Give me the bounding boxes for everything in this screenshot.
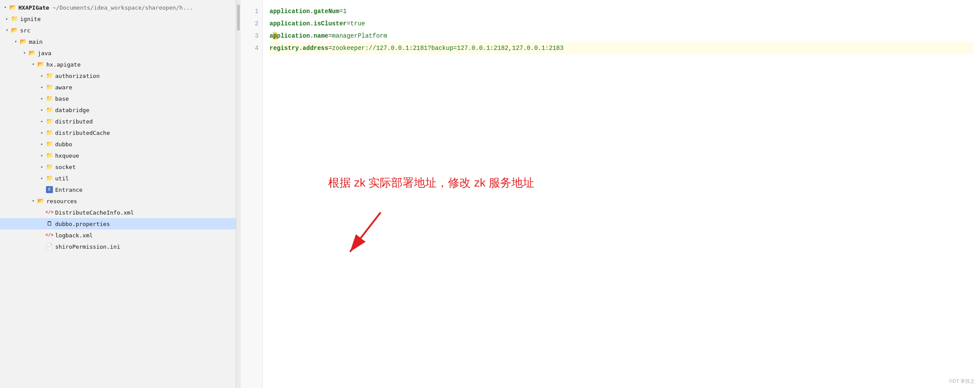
tree-item-base[interactable]: base <box>0 93 236 104</box>
ignite-folder-icon <box>10 15 18 23</box>
distributecacheinfo-xml-icon: </> <box>46 208 53 216</box>
databridge-label: databridge <box>55 107 89 113</box>
code-key-1: application.gateNum <box>270 8 340 15</box>
aware-label: aware <box>55 84 72 91</box>
distributed-arrow <box>38 119 46 124</box>
mid-scrollbar[interactable] <box>236 0 241 388</box>
ignite-label: ignite <box>20 16 41 22</box>
line-num-4: 4 <box>244 42 259 54</box>
annotation-container: 根据 zk 实际部署地址，修改 zk 服务地址 <box>328 175 534 261</box>
distributedcache-folder-icon <box>46 129 53 137</box>
root-arrow <box>2 5 9 10</box>
tree-item-java[interactable]: java <box>0 47 236 59</box>
hxapigate-folder-icon <box>37 60 45 68</box>
hxqueue-folder-icon <box>46 152 53 159</box>
tree-item-main[interactable]: main <box>0 36 236 47</box>
code-val-3: managerPlatform <box>332 32 387 39</box>
aware-arrow <box>38 85 46 90</box>
tree-item-util[interactable]: util <box>0 173 236 184</box>
distributed-folder-icon <box>46 117 53 125</box>
base-folder-icon <box>46 95 53 102</box>
code-eq-3: = <box>328 32 332 39</box>
util-folder-icon <box>46 174 53 182</box>
code-key-3b: plication.name <box>277 32 329 39</box>
tree-item-entrance[interactable]: C Entrance <box>0 184 236 195</box>
hxapigate-label: hx.apigate <box>46 61 80 68</box>
java-label: java <box>38 50 51 56</box>
tree-item-databridge[interactable]: databridge <box>0 104 236 116</box>
code-eq-1: = <box>340 8 343 15</box>
tree-item-ignite[interactable]: ignite <box>0 13 236 25</box>
resources-label: resources <box>46 198 77 205</box>
root-item[interactable]: HXAPIGate ~/Documents/idea_workspace/sha… <box>0 2 236 13</box>
tree-item-distributecacheinfo[interactable]: </> DistributeCacheInfo.xml <box>0 207 236 218</box>
code-line-3: application.name=managerPlatform <box>270 30 973 42</box>
mid-scrollbar-thumb[interactable] <box>237 4 240 31</box>
svg-line-1 <box>350 212 381 252</box>
file-tree[interactable]: HXAPIGate ~/Documents/idea_workspace/sha… <box>0 0 236 388</box>
line-numbers: 1 2 3 4 <box>241 0 262 388</box>
code-cursor-char: p <box>273 32 276 39</box>
ignite-arrow <box>4 16 10 21</box>
java-folder-icon <box>28 49 36 57</box>
authorization-label: authorization <box>55 73 100 79</box>
logback-xml-icon: </> <box>46 231 53 239</box>
tree-item-src[interactable]: src <box>0 25 236 36</box>
entrance-java-icon: C <box>46 186 53 194</box>
dubbo-arrow <box>38 141 46 147</box>
resources-arrow <box>30 198 37 204</box>
code-line-4: registry.address=zookeeper://127.0.0.1:2… <box>270 42 973 54</box>
logback-label: logback.xml <box>55 232 93 239</box>
tree-item-shiropermission[interactable]: 📄 shiroPermission.ini <box>0 241 236 252</box>
tree-item-hxapigate[interactable]: hx.apigate <box>0 59 236 70</box>
line-num-2: 2 <box>244 18 259 30</box>
shiropermission-label: shiroPermission.ini <box>55 243 120 250</box>
tree-item-distributed[interactable]: distributed <box>0 116 236 127</box>
entrance-label: Entrance <box>55 187 83 193</box>
distributed-label: distributed <box>55 118 93 125</box>
tree-item-socket[interactable]: socket <box>0 161 236 173</box>
line-num-3: 3 <box>244 30 259 42</box>
dubbo-properties-icon: 🗒 <box>46 220 53 228</box>
tree-item-aware[interactable]: aware <box>0 81 236 93</box>
watermark: ©DT 享技之 <box>949 378 975 384</box>
resources-folder-icon <box>37 197 45 205</box>
socket-label: socket <box>55 164 76 170</box>
tree-item-dubbo[interactable]: dubbo <box>0 138 236 150</box>
distributedcache-arrow <box>38 130 46 135</box>
root-folder-icon <box>9 4 17 11</box>
code-eq-2: = <box>346 20 350 27</box>
hxqueue-arrow <box>38 153 46 158</box>
databridge-arrow <box>38 107 46 113</box>
code-line-2: application.isCluster=true <box>270 18 973 30</box>
code-val-4: zookeeper://127.0.0.1:2181?backup=127.0.… <box>332 45 564 52</box>
code-key-4: registry.address <box>270 45 328 52</box>
tree-item-dubbo-properties[interactable]: 🗒 dubbo.properties <box>0 218 236 229</box>
shiropermission-ini-icon: 📄 <box>46 243 53 250</box>
editor-panel: 1 2 3 4 application.gateNum=1 applicatio… <box>241 0 980 388</box>
base-arrow <box>38 96 46 101</box>
dubbo-label: dubbo <box>55 141 72 148</box>
src-arrow <box>4 28 10 33</box>
src-folder-icon <box>10 26 18 34</box>
tree-item-resources[interactable]: resources <box>0 195 236 207</box>
authorization-folder-icon <box>46 72 53 80</box>
main-label: main <box>29 39 42 45</box>
tree-item-authorization[interactable]: authorization <box>0 70 236 81</box>
hxqueue-label: hxqueue <box>55 152 79 159</box>
dubbo-folder-icon <box>46 140 53 148</box>
java-arrow <box>21 50 28 56</box>
hxapigate-arrow <box>30 62 37 67</box>
tree-item-distributedcache[interactable]: distributedCache <box>0 127 236 138</box>
tree-item-logback[interactable]: </> logback.xml <box>0 229 236 241</box>
main-folder-icon <box>19 38 27 46</box>
util-arrow <box>38 176 46 181</box>
line-num-1: 1 <box>244 5 259 18</box>
code-eq-4: = <box>328 45 332 52</box>
socket-arrow <box>38 164 46 169</box>
authorization-arrow <box>38 73 46 78</box>
main-arrow <box>12 39 19 44</box>
distributedcache-label: distributedCache <box>55 130 110 136</box>
tree-item-hxqueue[interactable]: hxqueue <box>0 150 236 161</box>
util-label: util <box>55 175 69 182</box>
